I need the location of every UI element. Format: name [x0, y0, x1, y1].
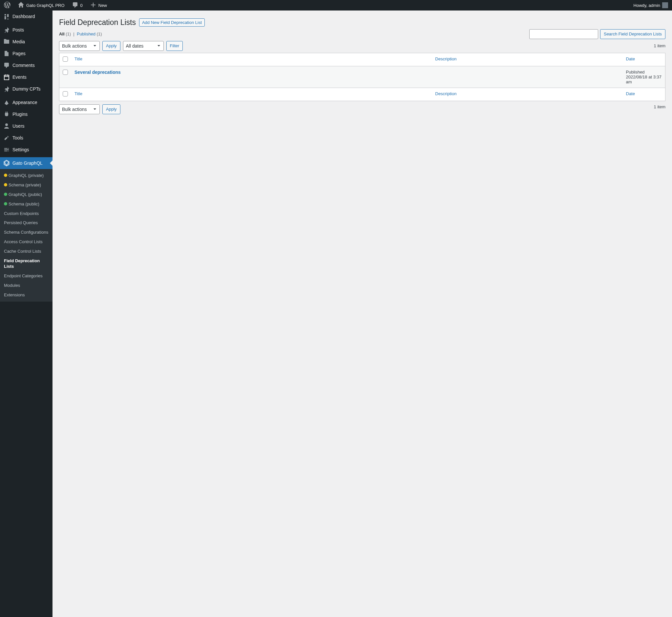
- row-date: Published 2022/08/18 at 3:37 am: [623, 66, 665, 87]
- col-title-foot[interactable]: Title: [74, 91, 82, 96]
- status-filters: All (1) | Published (1): [59, 31, 102, 36]
- row-description: [432, 66, 623, 87]
- search-button[interactable]: Search Field Deprecation Lists: [600, 29, 665, 39]
- media-icon: [3, 38, 10, 45]
- col-date-foot[interactable]: Date: [626, 91, 635, 96]
- col-description-foot: Description: [432, 87, 623, 101]
- menu-label: Plugins: [12, 112, 28, 117]
- wordpress-icon: [4, 2, 10, 9]
- menu-label: Events: [12, 74, 27, 80]
- menu-pages[interactable]: Pages: [0, 48, 52, 59]
- appearance-icon: [3, 99, 10, 106]
- menu-label: Dashboard: [12, 14, 35, 19]
- filter-all[interactable]: All: [59, 31, 65, 36]
- my-account[interactable]: Howdy, admin: [632, 0, 669, 10]
- comments-link[interactable]: 0: [70, 0, 84, 10]
- filter-published-count: (1): [97, 31, 102, 36]
- user-icon: [3, 123, 10, 127]
- date-filter-select[interactable]: All dates: [123, 41, 164, 51]
- filter-published[interactable]: Published: [77, 31, 95, 36]
- pin-icon: [3, 27, 10, 33]
- search-input[interactable]: [529, 29, 598, 39]
- col-date[interactable]: Date: [626, 56, 635, 61]
- filter-button[interactable]: Filter: [166, 41, 183, 51]
- site-name-text: Gato GraphQL PRO: [26, 3, 65, 8]
- page-icon: [3, 50, 10, 57]
- menu-dummy-cpts[interactable]: Dummy CPTs: [0, 83, 52, 95]
- item-count-top: 1 item: [654, 43, 665, 48]
- menu-comments[interactable]: Comments: [0, 59, 52, 71]
- menu-appearance[interactable]: Appearance: [0, 96, 52, 108]
- menu-label: Media: [12, 39, 25, 44]
- col-description: Description: [432, 53, 623, 66]
- new-label: New: [98, 3, 107, 8]
- wp-logo[interactable]: [3, 0, 12, 10]
- item-count-bottom: 1 item: [654, 105, 665, 114]
- row-checkbox[interactable]: [63, 69, 68, 75]
- menu-label: Users: [12, 124, 25, 127]
- menu-label: Posts: [12, 27, 24, 32]
- select-all-bottom[interactable]: [63, 91, 68, 96]
- col-title[interactable]: Title: [74, 56, 82, 61]
- plus-icon: [90, 2, 96, 9]
- menu-label: Dummy CPTs: [12, 86, 41, 91]
- add-new-button[interactable]: Add New Field Deprecation List: [139, 18, 205, 27]
- menu-label: Appearance: [12, 100, 37, 105]
- home-icon: [18, 2, 24, 9]
- apply-button-top[interactable]: Apply: [102, 41, 121, 51]
- comment-icon: [3, 62, 10, 68]
- howdy-text: Howdy, admin: [634, 3, 660, 8]
- menu-users[interactable]: Users: [0, 120, 52, 127]
- menu-posts[interactable]: Posts: [0, 24, 52, 36]
- select-all-top[interactable]: [63, 56, 68, 62]
- bulk-actions-select-top[interactable]: Bulk actions: [59, 41, 100, 51]
- menu-label: Comments: [12, 63, 35, 68]
- comments-count: 0: [80, 3, 83, 8]
- dashboard-icon: [3, 13, 10, 20]
- menu-events[interactable]: Events: [0, 71, 52, 83]
- calendar-icon: [3, 74, 10, 80]
- site-name-link[interactable]: Gato GraphQL PRO: [16, 0, 66, 10]
- plugin-icon: [3, 111, 10, 118]
- avatar: [662, 2, 668, 8]
- pin-icon: [3, 86, 10, 92]
- row-title-link[interactable]: Several deprecations: [74, 69, 121, 75]
- apply-button-bottom[interactable]: Apply: [102, 105, 121, 114]
- bulk-actions-select-bottom[interactable]: Bulk actions: [59, 105, 100, 114]
- menu-dashboard[interactable]: Dashboard: [0, 10, 52, 22]
- menu-plugins[interactable]: Plugins: [0, 108, 52, 120]
- comment-icon: [72, 2, 78, 9]
- menu-media[interactable]: Media: [0, 36, 52, 48]
- menu-label: Pages: [12, 51, 26, 56]
- filter-all-count: (1): [66, 31, 71, 36]
- table-row: Several deprecations Published 2022/08/1…: [59, 66, 665, 87]
- page-title: Field Deprecation Lists: [59, 18, 136, 28]
- new-content-link[interactable]: New: [88, 0, 108, 10]
